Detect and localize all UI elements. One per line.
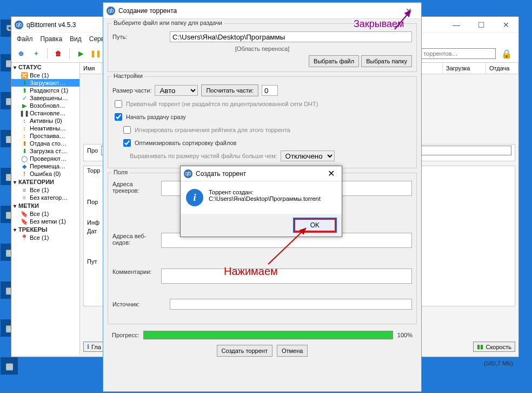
- sidebar-status-label: Проверяют…: [30, 155, 66, 162]
- menu-view[interactable]: Вид: [70, 35, 82, 43]
- sidebar-tag-item[interactable]: 🔖Все (1): [11, 210, 79, 218]
- sidebar-status-icon: 🔀: [21, 72, 28, 78]
- chk-seed[interactable]: [115, 113, 122, 121]
- sidebar-status-icon: ⬆: [21, 140, 28, 147]
- add-link-button[interactable]: ⊕: [15, 47, 28, 60]
- trackers-label: Адреса трекеров:: [112, 181, 158, 194]
- calc-pieces-button[interactable]: Посчитать части:: [201, 84, 258, 96]
- cancel-button[interactable]: Отмена: [277, 345, 308, 357]
- sidebar-tracker-item[interactable]: 📍Все (1): [11, 234, 79, 241]
- chk-optimize[interactable]: [123, 139, 131, 147]
- toolbar-separator: [69, 48, 70, 59]
- select-folder-button[interactable]: Выбрать папку: [361, 55, 412, 67]
- sidebar-status-item[interactable]: ⬇Загружают…: [11, 79, 79, 87]
- sidebar-status-label: Возобновл…: [30, 102, 65, 109]
- sidebar-category-icon: ≡: [21, 194, 28, 201]
- lock-icon[interactable]: 🔒: [501, 49, 512, 59]
- close-button[interactable]: ✕: [494, 17, 518, 33]
- sidebar-status-label: Остановле…: [30, 110, 65, 116]
- sidebar-status-item[interactable]: ✓Завершены…: [11, 94, 79, 102]
- pause-button[interactable]: ❚❚: [89, 47, 102, 60]
- drop-zone[interactable]: [Область переноса]: [112, 45, 412, 52]
- group-select: Выберите файл или папку для раздачи Путь…: [108, 23, 417, 72]
- sidebar-section-status[interactable]: ▾СТАТУС: [11, 63, 79, 71]
- sidebar-section-categories[interactable]: ▾КАТЕГОРИИ: [11, 178, 79, 186]
- sidebar-status-item[interactable]: ❚❚Остановле…: [11, 109, 79, 117]
- sidebar-tag-label: Все (1): [30, 211, 49, 217]
- piece-select[interactable]: Авто: [155, 85, 198, 96]
- sidebar-status-label: Загружают…: [30, 80, 65, 86]
- speed-tab-button[interactable]: ▮▮Скорость: [473, 342, 515, 352]
- label-put: Пут: [87, 258, 97, 265]
- sidebar-category-label: Все (1): [30, 187, 49, 193]
- create-torrent-button[interactable]: Создать торрент: [217, 345, 272, 357]
- label-pro: Про: [87, 147, 98, 154]
- svg-line-1: [268, 228, 306, 264]
- menu-tools[interactable]: Серв: [89, 35, 104, 43]
- sidebar-status-item[interactable]: ↕Активны (0): [11, 117, 79, 125]
- menu-edit[interactable]: Правка: [41, 35, 63, 43]
- sidebar-tag-item[interactable]: 🔖Без метки (1): [11, 218, 79, 225]
- align-label: Выравнивать по размеру частей файлы боль…: [130, 153, 277, 159]
- sidebar-status-item[interactable]: !Ошибка (0): [11, 170, 79, 178]
- sidebar-status-item[interactable]: ◯Проверяют…: [11, 155, 79, 162]
- app-icon: qb: [184, 169, 192, 178]
- sidebar-status-icon: ↕: [21, 133, 28, 139]
- add-torrent-button[interactable]: +: [30, 47, 43, 60]
- sidebar-status-label: Отдача сто…: [30, 140, 66, 147]
- chk-private[interactable]: [115, 100, 122, 108]
- maximize-button[interactable]: ☐: [469, 17, 494, 33]
- sidebar-tracker-label: Все (1): [30, 234, 49, 241]
- toolbar-separator: [47, 48, 48, 59]
- path-input[interactable]: [170, 31, 412, 42]
- info-dialog: qb Создать торрент ✕ i Торрент создан: C…: [180, 166, 342, 237]
- menu-file[interactable]: Файл: [17, 35, 33, 43]
- sidebar-status-icon: ↕: [21, 125, 28, 132]
- sidebar-status-item[interactable]: ▶Возобновл…: [11, 102, 79, 109]
- label-torr: Торр: [87, 167, 100, 174]
- sidebar-status-item[interactable]: ↕Неактивны…: [11, 125, 79, 132]
- sidebar-status-item[interactable]: ↕Простаива…: [11, 132, 79, 140]
- sidebar-category-item[interactable]: ≡Без категор…: [11, 194, 79, 201]
- source-input[interactable]: [170, 299, 412, 310]
- pieces-count[interactable]: [262, 85, 278, 96]
- align-select[interactable]: Отключено: [281, 150, 335, 161]
- sidebar-status-item[interactable]: ◆Перемеща…: [11, 162, 79, 170]
- resume-button[interactable]: ▶: [74, 47, 87, 60]
- sidebar-section-trackers[interactable]: ▾ТРЕКЕРЫ: [11, 225, 79, 234]
- desktop-icon[interactable]: ▦: [0, 357, 23, 376]
- sidebar-status-item[interactable]: 🔀Все (1): [11, 71, 79, 79]
- sidebar: ▾СТАТУС 🔀Все (1)⬇Загружают…⬆Раздаются (1…: [11, 63, 80, 355]
- sidebar-status-label: Простаива…: [30, 133, 65, 139]
- delete-button[interactable]: 🗑: [52, 47, 65, 60]
- sidebar-category-item[interactable]: ≡Все (1): [11, 186, 79, 194]
- info-icon: i: [186, 189, 203, 206]
- sidebar-status-icon: ⬇: [21, 80, 28, 86]
- statusbar-size: (580,7 МБ): [484, 360, 513, 366]
- sidebar-status-item[interactable]: ⬇Загрузка ст…: [11, 147, 79, 155]
- sidebar-status-icon: !: [21, 171, 28, 177]
- annotation-arrow-press: [268, 226, 311, 264]
- col-download[interactable]: Загрузка: [443, 63, 486, 74]
- search-input[interactable]: [416, 48, 496, 59]
- progress-label: Прогресс:: [112, 332, 139, 338]
- group-settings: Настройки Размер части: Авто Посчитать ч…: [108, 76, 417, 168]
- col-upload[interactable]: Отдача: [486, 63, 518, 74]
- comments-input[interactable]: [161, 268, 412, 284]
- select-file-button[interactable]: Выбрать файл: [309, 55, 359, 67]
- col-name[interactable]: Имя: [80, 63, 102, 74]
- sidebar-tracker-icon: 📍: [21, 234, 28, 241]
- sidebar-status-label: Перемеща…: [30, 163, 65, 169]
- sidebar-status-item[interactable]: ⬆Отдача сто…: [11, 140, 79, 147]
- progress-pct: 100%: [397, 332, 413, 338]
- sidebar-status-icon: ❚❚: [21, 110, 28, 116]
- sidebar-section-tags[interactable]: ▾МЕТКИ: [11, 201, 79, 210]
- general-tab-button[interactable]: ℹГла: [83, 342, 105, 352]
- sidebar-status-item[interactable]: ⬆Раздаются (1): [11, 87, 79, 94]
- chk-ignore[interactable]: [123, 126, 131, 134]
- sidebar-status-label: Загрузка ст…: [30, 148, 67, 154]
- minimize-button[interactable]: —: [444, 17, 469, 33]
- dialog-close-button[interactable]: ✕: [320, 166, 342, 181]
- sidebar-status-icon: ⬇: [21, 148, 28, 154]
- label-inf: Инф: [87, 219, 99, 226]
